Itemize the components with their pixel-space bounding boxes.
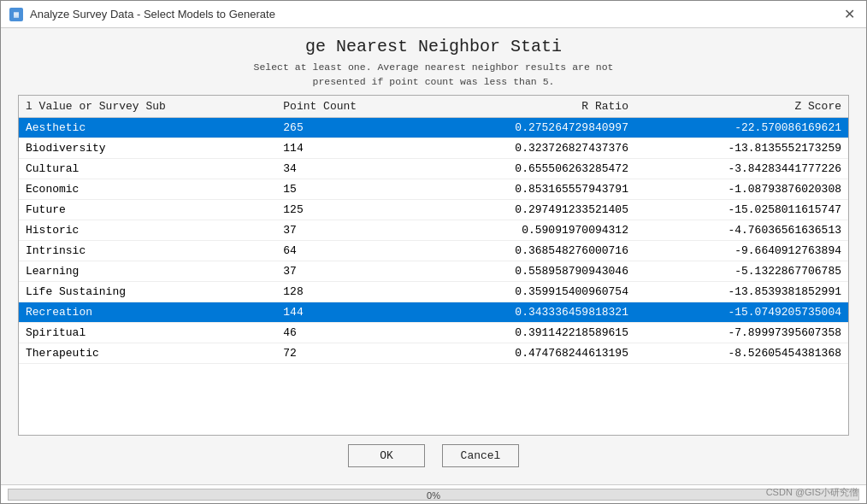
title-bar-left: ▦ Analyze Survey Data - Select Models to…	[9, 8, 275, 21]
cell-z-score: -22.570086169621	[635, 117, 848, 138]
watermark: CSDN @GIS小研究僧	[766, 486, 858, 499]
cell-r-ratio: 0.391142218589615	[422, 322, 635, 343]
cell-name: Therapeutic	[19, 343, 276, 363]
cell-point-count: 265	[276, 117, 422, 138]
subtitle-line2: presented if point count was less than 5…	[313, 76, 555, 87]
cell-z-score: -15.0258011615747	[635, 199, 848, 220]
cell-name: Economic	[19, 179, 276, 199]
progress-bar-area: 0%	[1, 484, 866, 503]
table-row[interactable]: Aesthetic2650.275264729840997-22.5700861…	[19, 117, 848, 138]
table-row[interactable]: Learning370.558958790943046-5.1322867706…	[19, 261, 848, 281]
cell-name: Learning	[19, 261, 276, 281]
cell-z-score: -3.84283441777226	[635, 158, 848, 179]
cell-r-ratio: 0.558958790943046	[422, 261, 635, 281]
col-header-point-count: Point Count	[276, 96, 422, 118]
table-row[interactable]: Future1250.297491233521405-15.0258011615…	[19, 199, 848, 220]
title-bar: ▦ Analyze Survey Data - Select Models to…	[1, 1, 866, 28]
cell-name: Recreation	[19, 302, 276, 322]
cell-r-ratio: 0.359915400960754	[422, 281, 635, 302]
subtitle-line1: Select at least one. Average nearest nei…	[254, 62, 614, 73]
cell-r-ratio: 0.323726827437376	[422, 138, 635, 158]
table-row[interactable]: Historic370.59091970094312-4.76036561636…	[19, 220, 848, 240]
table-header-row: l Value or Survey Sub Point Count R Rati…	[19, 96, 848, 118]
col-header-name: l Value or Survey Sub	[19, 96, 276, 118]
cell-name: Life Sustaining	[19, 281, 276, 302]
cell-r-ratio: 0.853165557943791	[422, 179, 635, 199]
data-table-container[interactable]: l Value or Survey Sub Point Count R Rati…	[18, 95, 849, 437]
cell-z-score: -9.6640912763894	[635, 240, 848, 261]
table-row[interactable]: Economic150.853165557943791-1.0879387602…	[19, 179, 848, 199]
cell-r-ratio: 0.368548276000716	[422, 240, 635, 261]
main-window: ▦ Analyze Survey Data - Select Models to…	[0, 0, 867, 504]
cell-point-count: 72	[276, 343, 422, 363]
button-row: OK Cancel	[18, 444, 849, 467]
cell-point-count: 34	[276, 158, 422, 179]
table-row[interactable]: Spiritual460.391142218589615-7.899973956…	[19, 322, 848, 343]
cell-point-count: 37	[276, 220, 422, 240]
cell-r-ratio: 0.275264729840997	[422, 117, 635, 138]
cell-name: Intrinsic	[19, 240, 276, 261]
close-button[interactable]: ✕	[840, 6, 858, 23]
cell-point-count: 46	[276, 322, 422, 343]
cell-r-ratio: 0.655506263285472	[422, 158, 635, 179]
dialog-content: ge Nearest Neighbor Stati Select at leas…	[1, 28, 866, 484]
window-title: Analyze Survey Data - Select Models to G…	[30, 8, 275, 21]
app-icon: ▦	[9, 8, 23, 21]
cell-point-count: 15	[276, 179, 422, 199]
cell-r-ratio: 0.343336459818321	[422, 302, 635, 322]
cell-name: Cultural	[19, 158, 276, 179]
table-row[interactable]: Recreation1440.343336459818321-15.074920…	[19, 302, 848, 322]
cell-name: Future	[19, 199, 276, 220]
table-row[interactable]: Life Sustaining1280.359915400960754-13.8…	[19, 281, 848, 302]
cell-z-score: -15.0749205735004	[635, 302, 848, 322]
cell-z-score: -4.76036561636513	[635, 220, 848, 240]
cell-name: Biodiversity	[19, 138, 276, 158]
cell-name: Historic	[19, 220, 276, 240]
cell-point-count: 114	[276, 138, 422, 158]
table-row[interactable]: Biodiversity1140.323726827437376-13.8135…	[19, 138, 848, 158]
cell-point-count: 37	[276, 261, 422, 281]
cell-z-score: -1.08793876020308	[635, 179, 848, 199]
cell-z-score: -7.89997395607358	[635, 322, 848, 343]
cell-point-count: 128	[276, 281, 422, 302]
dialog-title: ge Nearest Neighbor Stati	[18, 37, 849, 56]
progress-bar-bg: 0%	[8, 489, 859, 501]
cell-r-ratio: 0.474768244613195	[422, 343, 635, 363]
cell-point-count: 125	[276, 199, 422, 220]
col-header-z-score: Z Score	[635, 96, 848, 118]
cell-z-score: -8.52605454381368	[635, 343, 848, 363]
cell-z-score: -13.8539381852991	[635, 281, 848, 302]
cell-name: Spiritual	[19, 322, 276, 343]
table-body: Aesthetic2650.275264729840997-22.5700861…	[19, 117, 848, 363]
cell-r-ratio: 0.59091970094312	[422, 220, 635, 240]
table-row[interactable]: Cultural340.655506263285472-3.8428344177…	[19, 158, 848, 179]
cell-point-count: 64	[276, 240, 422, 261]
table-row[interactable]: Intrinsic640.368548276000716-9.664091276…	[19, 240, 848, 261]
cell-z-score: -13.8135552173259	[635, 138, 848, 158]
cell-z-score: -5.1322867706785	[635, 261, 848, 281]
cell-name: Aesthetic	[19, 117, 276, 138]
cell-point-count: 144	[276, 302, 422, 322]
progress-label: 0%	[9, 489, 858, 501]
data-table: l Value or Survey Sub Point Count R Rati…	[19, 96, 848, 364]
col-header-r-ratio: R Ratio	[422, 96, 635, 118]
dialog-subtitle: Select at least one. Average nearest nei…	[18, 60, 849, 90]
ok-button[interactable]: OK	[348, 444, 425, 467]
heading-area: ge Nearest Neighbor Stati Select at leas…	[18, 37, 849, 90]
cancel-button[interactable]: Cancel	[442, 444, 519, 467]
table-row[interactable]: Therapeutic720.474768244613195-8.5260545…	[19, 343, 848, 363]
cell-r-ratio: 0.297491233521405	[422, 199, 635, 220]
